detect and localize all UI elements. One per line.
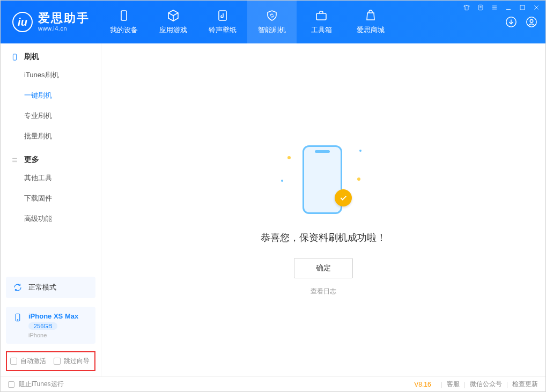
minimize-icon[interactable]	[504, 3, 513, 12]
content: 恭喜您，保资料刷机成功啦！ 确定 查看日志	[101, 43, 545, 376]
mode-label: 正常模式	[28, 283, 56, 292]
svg-rect-0	[121, 11, 127, 20]
checkbox-stop-itunes[interactable]	[8, 381, 14, 388]
success-message: 恭喜您，保资料刷机成功啦！	[261, 231, 386, 244]
nav-toolbox[interactable]: 工具箱	[297, 1, 346, 43]
section-title: 更多	[24, 155, 39, 165]
check-update-link[interactable]: 检查更新	[512, 380, 538, 389]
nav-label: 我的设备	[110, 25, 138, 35]
menu-icon[interactable]	[490, 3, 499, 12]
device-capacity: 256GB	[28, 322, 57, 330]
music-file-icon	[216, 9, 229, 22]
sidebar-item-other-tools[interactable]: 其他工具	[1, 168, 101, 188]
svg-rect-2	[316, 13, 326, 20]
mode-box[interactable]: 正常模式	[6, 277, 95, 298]
sidebar-section-flash: 刷机	[1, 43, 101, 65]
support-link[interactable]: 客服	[447, 380, 460, 389]
svg-rect-7	[520, 5, 525, 10]
logo-text: 爱思助手 www.i4.cn	[38, 12, 90, 32]
result-panel: 恭喜您，保资料刷机成功啦！ 确定 查看日志	[101, 43, 545, 296]
app-name: 爱思助手	[38, 12, 90, 24]
briefcase-icon	[315, 9, 328, 22]
nav-my-device[interactable]: 我的设备	[99, 1, 149, 43]
svg-rect-8	[13, 54, 16, 60]
nav-apps-games[interactable]: 应用游戏	[149, 1, 198, 43]
svg-point-4	[527, 17, 536, 27]
header: iu 爱思助手 www.i4.cn 我的设备 应用游戏 铃声壁纸 智能刷机 工具…	[1, 1, 545, 43]
view-log-link[interactable]: 查看日志	[311, 287, 336, 296]
svg-point-10	[17, 320, 18, 321]
shopping-bag-icon	[364, 9, 377, 22]
maximize-icon[interactable]	[518, 3, 527, 12]
sidebar-section-more: 更多	[1, 146, 101, 168]
device-name: iPhone XS Max	[28, 312, 78, 320]
phone-icon	[12, 312, 23, 323]
list-icon	[10, 156, 19, 164]
body: 刷机 iTunes刷机 一键刷机 专业刷机 批量刷机 更多 其他工具 下载固件 …	[1, 43, 545, 376]
success-illustration	[294, 145, 353, 215]
sidebar-item-batch-flash[interactable]: 批量刷机	[1, 126, 101, 146]
device-icon	[117, 9, 130, 22]
sidebar-item-itunes-flash[interactable]: iTunes刷机	[1, 65, 101, 85]
sidebar-item-advanced[interactable]: 高级功能	[1, 209, 101, 229]
nav-label: 爱思商城	[357, 25, 385, 35]
note-icon[interactable]	[476, 3, 485, 12]
download-icon[interactable]	[505, 16, 518, 28]
sidebar-item-download-firmware[interactable]: 下载固件	[1, 188, 101, 209]
checkbox-skip-guide-label: 跳过向导	[64, 357, 90, 366]
ok-button[interactable]: 确定	[294, 258, 353, 278]
checkbox-skip-guide[interactable]	[54, 358, 61, 365]
section-title: 刷机	[24, 52, 39, 62]
nav-smart-flash[interactable]: 智能刷机	[247, 1, 297, 43]
nav-label: 应用游戏	[159, 25, 187, 35]
wechat-link[interactable]: 微信公众号	[470, 380, 502, 389]
stop-itunes-label: 阻止iTunes运行	[19, 380, 64, 389]
logo-icon: iu	[12, 12, 33, 32]
svg-rect-6	[478, 5, 483, 10]
nav-label: 智能刷机	[258, 25, 286, 35]
nav-label: 工具箱	[311, 25, 332, 35]
sidebar-item-pro-flash[interactable]: 专业刷机	[1, 106, 101, 126]
version-label: V8.16	[414, 381, 431, 388]
options-row: 自动激活 跳过向导	[6, 351, 95, 371]
svg-rect-1	[219, 11, 226, 20]
status-bar: 阻止iTunes运行 V8.16 | 客服 | 微信公众号 | 检查更新	[1, 376, 545, 391]
device-box[interactable]: iPhone XS Max 256GB iPhone	[6, 307, 95, 344]
checkbox-auto-activate[interactable]	[10, 358, 17, 365]
phone-outline-icon	[10, 53, 19, 61]
sidebar-item-oneclick-flash[interactable]: 一键刷机	[1, 85, 101, 106]
title-tools	[462, 3, 541, 12]
nav-store[interactable]: 爱思商城	[346, 1, 395, 43]
app-domain: www.i4.cn	[38, 25, 90, 32]
sidebar: 刷机 iTunes刷机 一键刷机 专业刷机 批量刷机 更多 其他工具 下载固件 …	[1, 43, 101, 376]
device-type: iPhone	[28, 332, 78, 338]
logo-area[interactable]: iu 爱思助手 www.i4.cn	[1, 1, 99, 43]
nav-ringtones[interactable]: 铃声壁纸	[198, 1, 247, 43]
cube-icon	[167, 9, 180, 22]
nav-label: 铃声壁纸	[209, 25, 237, 35]
svg-point-5	[530, 19, 533, 23]
tshirt-icon[interactable]	[462, 3, 471, 12]
close-icon[interactable]	[532, 3, 541, 12]
phone-illustration-icon	[302, 145, 342, 214]
checkbox-auto-activate-label: 自动激活	[20, 357, 46, 366]
sync-icon	[12, 282, 23, 293]
device-info: iPhone XS Max 256GB iPhone	[28, 312, 78, 338]
nav: 我的设备 应用游戏 铃声壁纸 智能刷机 工具箱 爱思商城	[99, 1, 395, 43]
checkmark-badge-icon	[335, 189, 352, 206]
refresh-shield-icon	[265, 9, 278, 22]
user-icon[interactable]	[525, 16, 538, 28]
